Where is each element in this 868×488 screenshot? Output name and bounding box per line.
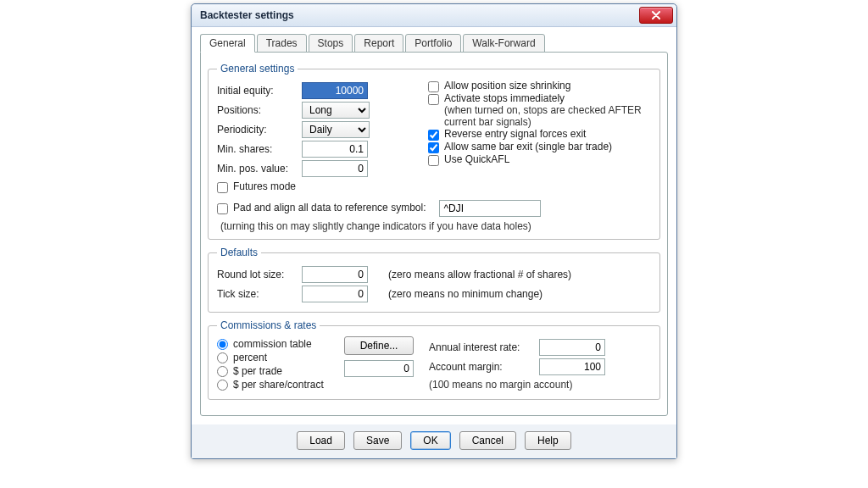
checkbox-reverse-exit[interactable] — [428, 130, 439, 141]
hint-pad-align: (turning this on may slightly change ind… — [220, 220, 651, 232]
radio-per-share[interactable] — [217, 380, 228, 391]
hint-margin: (100 means no margin account) — [429, 379, 651, 391]
dialog-button-row: Load Save OK Cancel Help — [192, 424, 676, 458]
general-right-column: Allow position size shrinking Activate s… — [428, 80, 651, 193]
tabpage-general: General settings Initial equity: Positio… — [200, 52, 668, 416]
select-periodicity[interactable]: Daily — [302, 121, 370, 138]
label-round-lot: Round lot size: — [217, 269, 302, 280]
group-defaults: Defaults Round lot size: (zero means all… — [208, 247, 660, 313]
input-min-shares[interactable] — [302, 141, 368, 158]
label-reverse-exit: Reverse entry signal forces exit — [444, 128, 586, 140]
group-general-settings: General settings Initial equity: Positio… — [208, 63, 660, 240]
rates-column: Annual interest rate: Account margin: (1… — [429, 336, 651, 392]
label-account-margin: Account margin: — [429, 361, 539, 373]
group-general-legend: General settings — [217, 63, 298, 75]
tab-trades[interactable]: Trades — [257, 34, 307, 53]
radio-commission-table[interactable] — [217, 339, 228, 350]
label-activate-stops-sub: (when turned on, stops are checked AFTER… — [444, 104, 642, 128]
input-annual-interest[interactable] — [539, 339, 605, 356]
general-left-column: Initial equity: Positions: Long Periodic… — [217, 80, 416, 193]
load-button[interactable]: Load — [297, 431, 345, 450]
label-activate-stops: Activate stops immediately — [444, 92, 565, 104]
label-futures-mode: Futures mode — [233, 180, 296, 192]
help-button[interactable]: Help — [525, 431, 571, 450]
save-button[interactable]: Save — [353, 431, 402, 450]
label-allow-shrink: Allow position size shrinking — [444, 80, 570, 92]
select-positions[interactable]: Long — [302, 102, 370, 119]
window-title: Backtester settings — [200, 9, 294, 21]
tab-stops[interactable]: Stops — [309, 34, 353, 53]
label-commission-table: commission table — [233, 338, 312, 350]
tab-walkforward[interactable]: Walk-Forward — [463, 34, 544, 53]
label-periodicity: Periodicity: — [217, 124, 302, 136]
cancel-button[interactable]: Cancel — [459, 431, 516, 450]
checkbox-futures-mode[interactable] — [217, 182, 228, 193]
label-min-pos-value: Min. pos. value: — [217, 163, 302, 175]
define-button[interactable]: Define... — [344, 336, 414, 355]
label-initial-equity: Initial equity: — [217, 85, 302, 97]
label-positions: Positions: — [217, 104, 302, 116]
radio-per-trade[interactable] — [217, 366, 228, 377]
label-pad-align: Pad and align all data to reference symb… — [233, 202, 426, 214]
input-tick-size[interactable] — [302, 286, 368, 302]
group-commissions: Commissions & rates commission table per… — [208, 319, 660, 400]
label-same-bar-exit: Allow same bar exit (single bar trade) — [444, 141, 612, 152]
tab-report[interactable]: Report — [354, 34, 403, 53]
label-tick-size: Tick size: — [217, 288, 302, 300]
client-area: General Trades Stops Report Portfolio Wa… — [192, 27, 676, 424]
backtester-settings-dialog: Backtester settings General Trades Stops… — [191, 3, 677, 459]
label-min-shares: Min. shares: — [217, 143, 302, 155]
hint-tick-size: (zero means no minimum change) — [388, 288, 542, 300]
label-per-trade: $ per trade — [233, 365, 282, 377]
tab-portfolio[interactable]: Portfolio — [405, 34, 461, 53]
hint-round-lot: (zero means allow fractional # of shares… — [388, 269, 571, 280]
label-percent: percent — [233, 352, 267, 363]
checkbox-allow-shrink[interactable] — [428, 81, 439, 92]
group-commissions-legend: Commissions & rates — [217, 319, 320, 331]
group-defaults-legend: Defaults — [217, 247, 261, 258]
checkbox-activate-stops[interactable] — [428, 94, 439, 105]
titlebar: Backtester settings — [192, 4, 676, 27]
ok-button[interactable]: OK — [410, 431, 450, 450]
tab-strip: General Trades Stops Report Portfolio Wa… — [200, 34, 668, 53]
checkbox-same-bar-exit[interactable] — [428, 142, 439, 153]
label-quickafl: Use QuickAFL — [444, 153, 509, 165]
commission-value-column: Define... — [344, 336, 420, 392]
input-min-pos-value[interactable] — [302, 160, 368, 177]
input-account-margin[interactable] — [539, 358, 605, 375]
tab-general[interactable]: General — [200, 34, 255, 53]
input-round-lot[interactable] — [302, 266, 368, 283]
input-commission-value[interactable] — [344, 360, 414, 377]
label-annual-interest: Annual interest rate: — [429, 341, 539, 353]
input-initial-equity[interactable] — [302, 82, 368, 99]
checkbox-quickafl[interactable] — [428, 155, 439, 166]
checkbox-pad-align[interactable] — [217, 203, 228, 214]
radio-percent[interactable] — [217, 352, 228, 363]
close-icon — [652, 11, 660, 19]
close-button[interactable] — [639, 7, 673, 24]
commission-mode-column: commission table percent $ per trade $ p… — [217, 336, 336, 392]
label-per-share: $ per share/contract — [233, 379, 324, 391]
input-reference-symbol[interactable] — [439, 200, 541, 217]
